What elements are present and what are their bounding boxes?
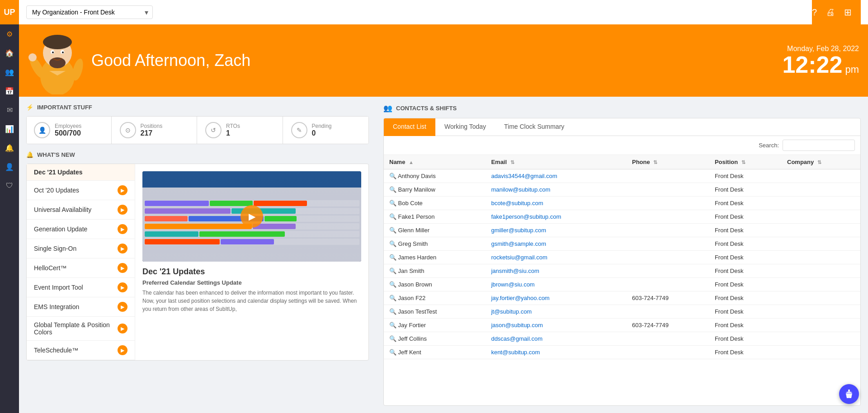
video-title: Dec '21 Updates (142, 267, 361, 277)
email-link[interactable]: jay.fortier@yahoo.com (491, 295, 549, 301)
sidebar-item-settings[interactable]: ⚙ (0, 24, 19, 43)
sidebar-item-reports[interactable]: 📊 (0, 119, 19, 138)
table-row[interactable]: 🔍 Jason F22 jay.fortier@yahoo.com 603-72… (384, 291, 860, 305)
news-item-label-8: Global Template & Position Colors (34, 321, 118, 336)
table-row[interactable]: 🔍 Greg Smith gsmith@sample.com Front Des… (384, 237, 860, 251)
svg-point-2 (43, 35, 72, 49)
news-item-dec21[interactable]: Dec '21 Updates (27, 164, 135, 181)
svg-point-6 (52, 52, 54, 53)
grid-button[interactable]: ⊞ (844, 7, 852, 18)
email-link[interactable]: jbrown@siu.com (491, 281, 534, 288)
row-search-icon[interactable]: 🔍 (389, 335, 396, 342)
help-button[interactable]: ? (812, 7, 817, 18)
col-position[interactable]: Position ⇅ (709, 155, 782, 169)
sidebar-item-profile[interactable]: 👤 (0, 157, 19, 176)
table-row[interactable]: 🔍 Fake1 Person fake1person@subitup.com F… (384, 210, 860, 224)
org-selector[interactable]: My Organization - Front Desk (26, 5, 153, 19)
row-search-icon[interactable]: 🔍 (389, 308, 396, 315)
news-item-universal-avail[interactable]: Universal Availability ▶ (27, 200, 135, 220)
sidebar-item-users[interactable]: 👥 (0, 62, 19, 81)
table-row[interactable]: 🔍 Jason Brown jbrown@siu.com Front Desk (384, 278, 860, 291)
cell-company (782, 169, 860, 183)
row-search-icon[interactable]: 🔍 (389, 173, 396, 179)
tab-working-today[interactable]: Working Today (435, 118, 495, 136)
stat-pending[interactable]: ✎ Pending 0 (284, 117, 369, 144)
email-link[interactable]: bcote@subitup.com (491, 200, 543, 206)
table-row[interactable]: 🔍 Glenn Miller gmiller@subitup.com Front… (384, 224, 860, 237)
col-name[interactable]: Name ▲ (384, 155, 486, 169)
col-company[interactable]: Company ⇅ (782, 155, 860, 169)
news-item-hellocert[interactable]: HelloCert™ ▶ (27, 258, 135, 278)
employees-label: Employees (55, 123, 104, 129)
accessibility-button[interactable] (839, 384, 859, 404)
col-phone[interactable]: Phone ⇅ (627, 155, 709, 169)
email-link[interactable]: gmiller@subitup.com (491, 227, 546, 234)
tab-time-clock[interactable]: Time Clock Summary (495, 118, 573, 136)
stat-employees[interactable]: 👤 Employees 500/700 (27, 117, 112, 144)
news-item-label-9: TeleSchedule™ (34, 347, 118, 354)
video-play-button[interactable]: ▶ (241, 205, 263, 228)
sidebar: UP ⚙ 🏠 👥 📅 ✉ 📊 🔔 👤 🛡 (0, 0, 19, 413)
news-item-teleschedule[interactable]: TeleSchedule™ ▶ (27, 341, 135, 360)
news-item-oct20[interactable]: Oct '20 Updates ▶ (27, 181, 135, 200)
sidebar-item-home[interactable]: 🏠 (0, 43, 19, 62)
bolt-icon: ⚡ (26, 104, 33, 111)
table-row[interactable]: 🔍 Jeff Kent kent@subitup.com Front Desk (384, 346, 860, 359)
row-search-icon[interactable]: 🔍 (389, 240, 396, 247)
row-search-icon[interactable]: 🔍 (389, 349, 396, 356)
cell-position: Front Desk (709, 237, 782, 251)
tab-contact-list[interactable]: Contact List (384, 118, 435, 136)
news-item-ems[interactable]: EMS Integration ▶ (27, 297, 135, 317)
email-link[interactable]: kent@subitup.com (491, 349, 540, 356)
bell-icon: 🔔 (26, 151, 33, 158)
cell-position: Front Desk (709, 197, 782, 210)
left-panel: ⚡ IMPORTANT STUFF 👤 Employees 500/700 ⊙ … (19, 97, 376, 413)
email-link[interactable]: jansmith@siu.com (491, 268, 539, 274)
cell-position: Front Desk (709, 183, 782, 197)
table-row[interactable]: 🔍 Anthony Davis adavis34544@gmail.com Fr… (384, 169, 860, 183)
email-link[interactable]: adavis34544@gmail.com (491, 173, 557, 179)
news-item-global-template[interactable]: Global Template & Position Colors ▶ (27, 317, 135, 341)
video-thumbnail[interactable]: ▶ (142, 171, 361, 262)
table-row[interactable]: 🔍 Bob Cote bcote@subitup.com Front Desk (384, 197, 860, 210)
news-item-sso[interactable]: Single Sign-On ▶ (27, 239, 135, 258)
cell-company (782, 183, 860, 197)
email-link[interactable]: manilow@subitup.com (491, 186, 550, 193)
print-button[interactable]: 🖨 (826, 7, 835, 18)
stat-positions[interactable]: ⊙ Positions 217 (113, 117, 198, 144)
col-email[interactable]: Email ⇅ (486, 155, 627, 169)
email-link[interactable]: ddscas@gmail.com (491, 335, 542, 342)
contacts-title: CONTACTS & SHIFTS (396, 105, 457, 112)
table-row[interactable]: 🔍 Jeff Collins ddscas@gmail.com Front De… (384, 332, 860, 346)
sidebar-item-calendar[interactable]: 📅 (0, 81, 19, 100)
row-search-icon[interactable]: 🔍 (389, 200, 396, 206)
stat-rtos[interactable]: ↺ RTOs 1 (198, 117, 283, 144)
table-row[interactable]: 🔍 Barry Manilow manilow@subitup.com Fron… (384, 183, 860, 197)
email-link[interactable]: jt@subitup.com (491, 308, 532, 315)
row-search-icon[interactable]: 🔍 (389, 213, 396, 220)
email-link[interactable]: rocketsiu@gmail.com (491, 254, 547, 261)
email-link[interactable]: gsmith@sample.com (491, 240, 546, 247)
row-search-icon[interactable]: 🔍 (389, 295, 396, 301)
row-search-icon[interactable]: 🔍 (389, 322, 396, 329)
row-search-icon[interactable]: 🔍 (389, 254, 396, 261)
sidebar-item-notifications[interactable]: 🔔 (0, 138, 19, 157)
row-search-icon[interactable]: 🔍 (389, 227, 396, 234)
table-row[interactable]: 🔍 Jason TestTest jt@subitup.com Front De… (384, 305, 860, 319)
row-search-icon[interactable]: 🔍 (389, 186, 396, 193)
news-item-gen-update[interactable]: Generation Update ▶ (27, 220, 135, 239)
sidebar-item-messages[interactable]: ✉ (0, 100, 19, 119)
email-link[interactable]: jason@subitup.com (491, 322, 542, 329)
search-input[interactable] (783, 140, 855, 151)
table-row[interactable]: 🔍 Jay Fortier jason@subitup.com 603-724-… (384, 319, 860, 332)
news-item-event-import[interactable]: Event Import Tool ▶ (27, 278, 135, 297)
row-search-icon[interactable]: 🔍 (389, 281, 396, 288)
app-logo[interactable]: UP (0, 0, 19, 24)
row-search-icon[interactable]: 🔍 (389, 268, 396, 274)
table-row[interactable]: 🔍 Jan Smith jansmith@siu.com Front Desk (384, 264, 860, 278)
sidebar-item-admin[interactable]: 🛡 (0, 176, 19, 195)
news-arrow-6: ▶ (118, 282, 127, 292)
org-selector-wrap[interactable]: My Organization - Front Desk (26, 5, 153, 19)
email-link[interactable]: fake1person@subitup.com (491, 213, 561, 220)
table-row[interactable]: 🔍 James Harden rocketsiu@gmail.com Front… (384, 251, 860, 264)
